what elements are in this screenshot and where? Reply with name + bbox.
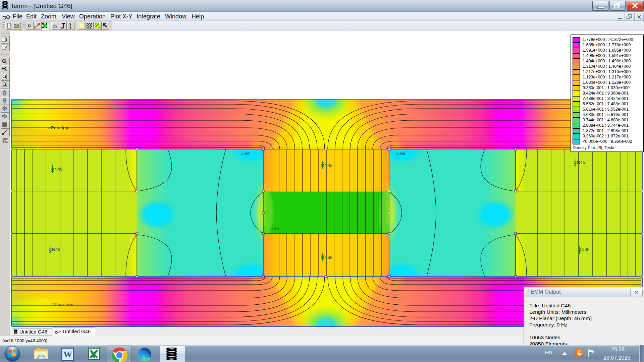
svg-text:N45: N45 [324,163,333,168]
svg-text:N45: N45 [581,247,590,252]
svg-text:N45: N45 [54,167,63,172]
svg-text:Air: Air [400,151,406,156]
svg-text:Air: Air [244,151,250,156]
svg-text:N45: N45 [52,247,60,252]
svg-text:Pure Iron: Pure Iron [51,125,70,130]
svg-text:N45: N45 [577,160,585,165]
svg-text:W: W [63,350,72,359]
svg-text:Pure Iron: Pure Iron [55,302,73,307]
svg-text:N45: N45 [324,255,333,260]
svg-text:Air: Air [274,226,279,231]
